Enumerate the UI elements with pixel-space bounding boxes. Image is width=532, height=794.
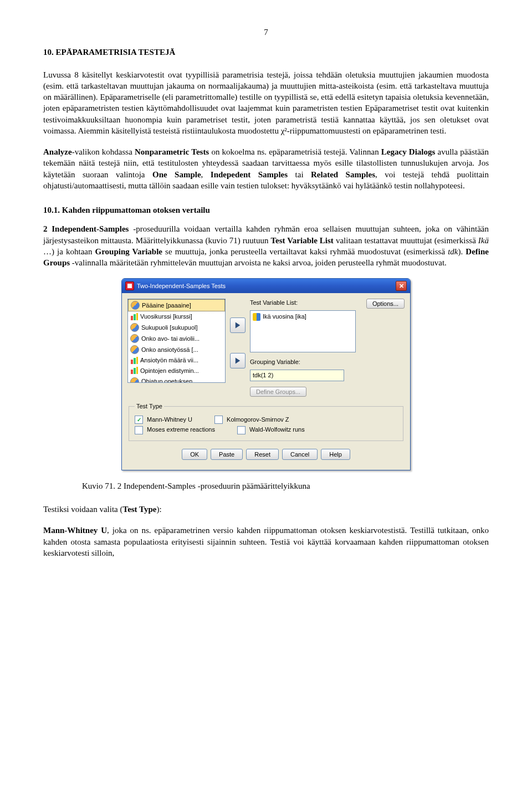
source-variable-list[interactable]: Pääaine [paaaine] Vuosikurssi [kurssi] S… [127, 299, 226, 383]
test-type-legend: Test Type [135, 402, 164, 411]
list-item-label: Ansiotyön määrä vii... [140, 356, 198, 365]
list-item-label: Onko ansiotyössä [... [141, 346, 198, 354]
list-item[interactable]: Ohjatun opetuksen ... [128, 376, 225, 383]
list-item-label: Ikä vuosina [ika] [263, 313, 306, 321]
checkbox-label: Kolmogorov-Smirnov Z [227, 416, 289, 423]
ordinal-icon [130, 367, 138, 375]
test-type-intro-text: Testiksi voidaan valita (Test Type): [43, 505, 162, 514]
list-item-label: Ohjatun opetuksen ... [141, 377, 200, 383]
list-item[interactable]: Ansiotyön määrä vii... [128, 355, 225, 366]
checkbox-label: Wald-Wolfowitz runs [249, 426, 305, 433]
checkbox-icon [135, 426, 143, 434]
paragraph-2indep: 2 Independent-Samples -proseduurilla voi… [43, 223, 489, 268]
nominal-icon [131, 301, 140, 310]
dialog-title: Two-Independent-Samples Tests [137, 282, 226, 290]
arrow-column [230, 317, 245, 368]
nominal-icon [130, 377, 139, 383]
test-variable-list[interactable]: Ikä vuosina [ika] [250, 310, 356, 352]
list-item-label: Sukupuoli [sukupuol] [141, 324, 198, 332]
cancel-button[interactable]: Cancel [282, 449, 318, 460]
figure-caption: Kuvio 71. 2 Independent-Samples -prosedu… [82, 480, 489, 491]
help-button[interactable]: Help [321, 449, 350, 460]
nominal-icon [130, 334, 139, 343]
list-item-label: Pääaine [paaaine] [142, 301, 191, 310]
para2-text: Analyze-valikon kohdassa Nonparametric T… [43, 147, 489, 190]
dialog-titlebar: Two-Independent-Samples Tests ✕ [122, 279, 410, 293]
checkbox-icon [214, 416, 223, 424]
arrow-right-icon [234, 321, 242, 329]
paragraph-analyze: Analyze-valikon kohdassa Nonparametric T… [43, 146, 489, 191]
list-item[interactable]: Pääaine [paaaine] [128, 299, 225, 311]
reset-button[interactable]: Reset [246, 449, 279, 460]
mann-whitney-text: Mann-Whitney U, joka on ns. epäparametri… [43, 526, 489, 557]
checkbox-icon [237, 426, 245, 434]
list-item[interactable]: Ikä vuosina [ika] [252, 312, 354, 321]
ordinal-icon [130, 357, 138, 365]
list-item-label: Opintojen edistymin... [140, 367, 199, 375]
heading-section-10: 10. EPÄPARAMETRISIA TESTEJÄ [43, 47, 489, 58]
checkbox-label: Mann-Whitney U [147, 416, 192, 423]
heading-section-10-1: 10.1. Kahden riippumattoman otoksen vert… [43, 204, 489, 216]
list-item[interactable]: Vuosikurssi [kurssi] [128, 311, 225, 322]
list-item[interactable]: Onko avo- tai aviolii... [128, 333, 225, 344]
dialog-screenshot: Two-Independent-Samples Tests ✕ Pääaine … [43, 278, 489, 470]
list-item[interactable]: Opintojen edistymin... [128, 366, 225, 376]
grouping-variable-input[interactable]: tdk(1 2) [250, 370, 344, 381]
paragraph-test-type-intro: Testiksi voidaan valita (Test Type): [43, 504, 489, 515]
move-right-button[interactable] [230, 317, 245, 333]
wald-wolfowitz-checkbox[interactable]: Wald-Wolfowitz runs [237, 426, 305, 434]
mann-whitney-checkbox[interactable]: Mann-Whitney U [135, 416, 192, 424]
page-number: 7 [43, 27, 489, 38]
grouping-variable-label: Grouping Variable: [250, 358, 356, 366]
two-indep-samples-dialog: Two-Independent-Samples Tests ✕ Pääaine … [121, 278, 411, 470]
arrow-right-icon [234, 357, 242, 365]
dialog-title-icon [125, 281, 134, 290]
scale-icon [253, 313, 260, 321]
moses-checkbox[interactable]: Moses extreme reactions [135, 426, 215, 434]
nominal-icon [130, 323, 139, 332]
test-type-group: Test Type Mann-Whitney U Kolmogorov-Smir… [129, 402, 403, 441]
test-variable-list-label: Test Variable List: [250, 299, 356, 307]
list-item[interactable]: Sukupuoli [sukupuol] [128, 322, 225, 333]
list-item-label: Onko avo- tai aviolii... [141, 335, 200, 343]
list-item-label: Vuosikurssi [kurssi] [140, 313, 192, 321]
list-item[interactable]: Onko ansiotyössä [... [128, 344, 225, 355]
ordinal-icon [130, 313, 138, 321]
paragraph-intro: Luvussa 8 käsitellyt keskiarvotestit ova… [43, 69, 489, 137]
dialog-button-row: OK Paste Reset Cancel Help [127, 445, 405, 465]
paste-button[interactable]: Paste [211, 449, 243, 460]
paragraph-mann-whitney: Mann-Whitney U, joka on ns. epäparametri… [43, 525, 489, 559]
nominal-icon [130, 345, 139, 354]
checkbox-label: Moses extreme reactions [147, 426, 215, 433]
kolmogorov-smirnov-checkbox[interactable]: Kolmogorov-Smirnov Z [214, 416, 289, 424]
move-right-button-2[interactable] [230, 353, 245, 368]
define-groups-button[interactable]: Define Groups... [250, 387, 306, 397]
ok-button[interactable]: OK [182, 449, 207, 460]
close-icon[interactable]: ✕ [396, 281, 407, 291]
checkbox-icon [135, 416, 143, 424]
options-button[interactable]: Options... [366, 299, 405, 309]
